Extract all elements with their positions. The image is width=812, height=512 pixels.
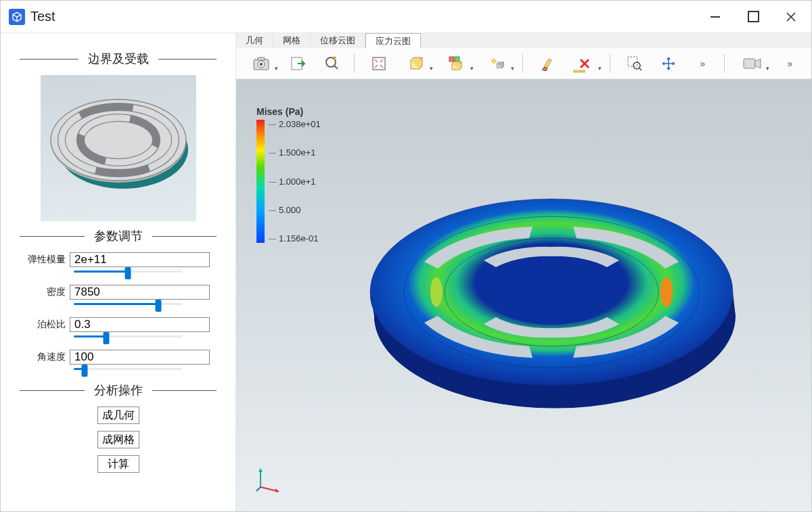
density-input[interactable]: 7850: [70, 285, 210, 300]
elastic-modulus-input[interactable]: 2e+11: [70, 252, 210, 267]
delete-button[interactable]: ▾: [565, 51, 604, 76]
legend-tick: 1.000e+1: [269, 177, 321, 186]
svg-point-27: [485, 260, 618, 325]
generate-geometry-button[interactable]: 成几何: [97, 406, 139, 424]
pan-button[interactable]: [652, 51, 685, 76]
content: 边界及受载 参数调节: [1, 33, 811, 511]
section-title-params-label: 参数调节: [85, 228, 152, 244]
svg-line-35: [256, 487, 261, 491]
color-legend: Mises (Pa) 2.038e+01 1.500e+1 1.000e+1 5…: [256, 106, 321, 243]
svg-rect-14: [373, 57, 385, 70]
maximize-button[interactable]: [734, 1, 772, 32]
analysis-ops: 成几何 成网格 计算: [20, 406, 217, 473]
params-panel: 弹性模量 2e+11 密度 7850 泊松比 0.3 角速度: [20, 252, 217, 370]
viewport-3d[interactable]: Mises (Pa) 2.038e+01 1.500e+1 1.000e+1 5…: [236, 79, 811, 511]
density-label: 密度: [26, 286, 70, 298]
svg-rect-11: [258, 57, 265, 60]
elastic-modulus-label: 弹性模量: [26, 254, 70, 266]
svg-rect-16: [449, 57, 454, 62]
svg-point-28: [660, 277, 673, 307]
toolbar-separator: [724, 54, 725, 73]
legend-tick: 1.156e-01: [269, 234, 321, 243]
select-zoom-button[interactable]: [618, 51, 651, 76]
display-mode-button[interactable]: ▾: [437, 51, 476, 76]
model-preview: [41, 75, 196, 221]
svg-rect-21: [573, 70, 585, 72]
angular-velocity-slider[interactable]: [74, 366, 182, 370]
toolbar-separator: [610, 54, 610, 73]
export-button[interactable]: [282, 51, 315, 76]
toolbar-separator: [522, 54, 523, 73]
window-title: Test: [30, 9, 55, 24]
svg-point-19: [492, 59, 495, 62]
param-row-density: 密度 7850: [26, 285, 210, 300]
elastic-modulus-slider[interactable]: [74, 269, 182, 273]
tab-stress[interactable]: 应力云图: [365, 33, 421, 49]
main-panel: 几何 网格 位移云图 应力云图 ▾ ▾ ▾ ▾ ▾: [235, 33, 811, 511]
clear-button[interactable]: [531, 51, 564, 76]
param-row-elastic: 弹性模量 2e+11: [26, 252, 210, 267]
tab-mesh[interactable]: 网格: [273, 33, 311, 48]
param-row-angular: 角速度 100: [26, 350, 210, 365]
app-icon: [9, 9, 25, 25]
param-row-poisson: 泊松比 0.3: [26, 317, 210, 332]
svg-point-29: [430, 277, 443, 307]
generate-mesh-button[interactable]: 成网格: [97, 431, 139, 448]
angular-velocity-input[interactable]: 100: [70, 350, 210, 365]
legend-tick: 5.000: [269, 206, 321, 214]
poisson-input[interactable]: 0.3: [70, 317, 210, 332]
app-window: Test 边界及受载: [0, 0, 812, 512]
tab-geometry[interactable]: 几何: [236, 33, 273, 48]
svg-point-10: [260, 62, 263, 65]
section-title-analysis-label: 分析操作: [85, 382, 152, 398]
sidebar: 边界及受载 参数调节: [1, 33, 235, 511]
screenshot-button[interactable]: ▾: [242, 51, 281, 76]
window-controls: [696, 1, 810, 32]
fit-view-button[interactable]: [363, 51, 395, 76]
poisson-slider[interactable]: [74, 333, 182, 338]
section-title-params: 参数调节: [20, 228, 217, 244]
density-slider[interactable]: [74, 301, 182, 305]
section-title-boundary: 边界及受载: [20, 51, 217, 67]
section-title-boundary-label: 边界及受载: [78, 51, 158, 67]
legend-title: Mises (Pa): [256, 106, 321, 117]
svg-rect-22: [628, 57, 637, 66]
legend-tick: 2.038e+01: [269, 120, 321, 129]
svg-point-2: [51, 99, 186, 181]
poisson-label: 泊松比: [26, 319, 70, 331]
svg-rect-17: [455, 57, 459, 62]
simulation-model: [363, 174, 742, 434]
svg-point-23: [633, 62, 640, 69]
lighting-button[interactable]: ▾: [478, 51, 517, 76]
zoom-tool-button[interactable]: [316, 51, 348, 76]
toolbar-overflow-1[interactable]: »: [686, 51, 719, 76]
titlebar: Test: [1, 1, 811, 33]
svg-line-34: [261, 487, 277, 491]
minimize-button[interactable]: [696, 1, 734, 32]
titlebar-left: Test: [9, 9, 55, 25]
svg-rect-24: [744, 59, 755, 68]
tabs: 几何 网格 位移云图 应力云图: [236, 33, 811, 48]
compute-button[interactable]: 计算: [97, 455, 139, 473]
toolbar: ▾ ▾ ▾ ▾ ▾ » ▾ »: [236, 48, 811, 79]
axis-triad: [255, 465, 282, 492]
legend-ticks: 2.038e+01 1.500e+1 1.000e+1 5.000 1.156e…: [269, 120, 321, 243]
view-cube-button[interactable]: ▾: [397, 51, 436, 76]
section-title-analysis: 分析操作: [20, 382, 217, 398]
tab-displacement[interactable]: 位移云图: [311, 33, 365, 48]
camera-button[interactable]: ▾: [733, 51, 772, 76]
angular-velocity-label: 角速度: [26, 351, 70, 363]
legend-tick: 1.500e+1: [269, 148, 321, 157]
toolbar-separator: [354, 54, 355, 73]
close-button[interactable]: [772, 1, 810, 32]
svg-point-13: [326, 57, 336, 67]
color-bar: [256, 120, 265, 243]
toolbar-overflow-2[interactable]: »: [773, 51, 806, 76]
